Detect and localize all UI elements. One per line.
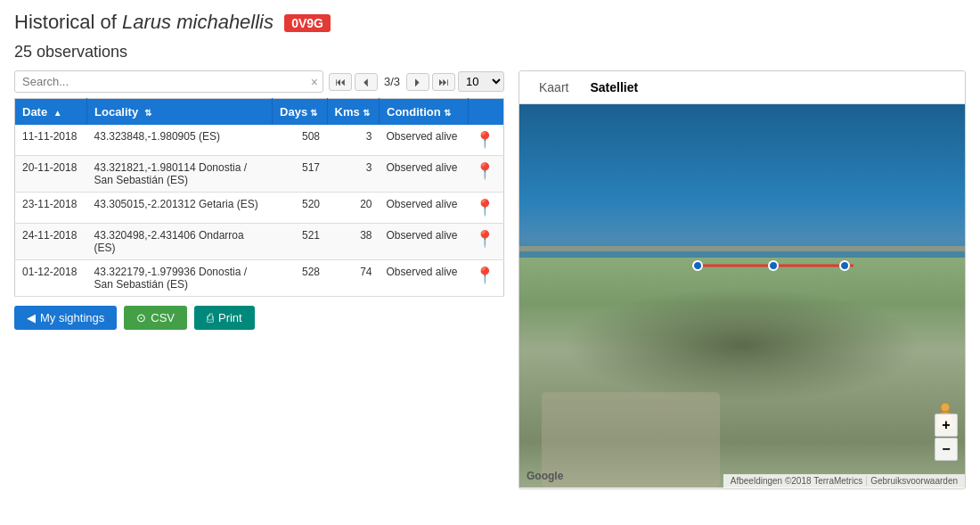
google-watermark: Google [527,470,563,482]
attribution-terrametrics: Afbeeldingen ©2018 TerraMetrics [727,476,866,486]
cell-days: 517 [273,156,327,193]
sort-arrow-locality: ⇅ [144,108,151,118]
tab-satelliet[interactable]: Satelliet [579,77,649,98]
zoom-controls: + − [935,414,958,461]
cell-date: 24-11-2018 [15,224,87,260]
table-header-row: Date ▲ Locality ⇅ Days⇅ Kms⇅ Condition⇅ [15,99,504,126]
cell-pin[interactable]: 📍 [468,224,503,260]
toolbar: × ⏮ ⏴ 3/3 ⏵ ⏭ 10 25 50 100 [14,70,504,93]
cell-locality: 43.321821,-1.980114 Donostia / San Sebas… [87,156,273,193]
per-page-select[interactable]: 10 25 50 100 [458,71,504,92]
pagination-controls: ⏮ ⏴ 3/3 ⏵ ⏭ 10 25 50 100 [329,71,504,92]
my-sightings-button[interactable]: ◀ My sightings [14,306,117,330]
table-row: 23-11-201843.305015,-2.201312 Getaria (E… [15,193,504,224]
cell-condition: Observed alive [380,260,469,297]
map-tabs: Kaart Satelliet [519,71,965,104]
search-input[interactable] [14,70,323,93]
attribution-gebruiksvoorwaarden[interactable]: Gebruiksvoorwaarden [866,476,961,486]
col-header-pin [468,99,503,126]
first-page-button[interactable]: ⏮ [329,73,352,91]
track-dot-2[interactable] [768,260,779,271]
col-header-days[interactable]: Days⇅ [273,99,327,126]
csv-icon: ⊙ [136,311,146,324]
coastline [519,246,965,251]
cell-condition: Observed alive [380,156,469,193]
map-container: + − Google Afbeeldingen ©2018 TerraMetri… [519,104,965,488]
cell-pin[interactable]: 📍 [468,260,503,297]
csv-button[interactable]: ⊙ CSV [124,306,187,330]
map-background: + − Google Afbeeldingen ©2018 TerraMetri… [519,104,965,488]
cell-kms: 38 [327,224,379,260]
cell-locality: 43.322179,-1.979936 Donostia / San Sebas… [87,260,273,297]
sort-arrow-days: ⇅ [310,108,317,118]
cell-kms: 74 [327,260,379,297]
prev-page-button[interactable]: ⏴ [355,73,378,91]
cell-condition: Observed alive [380,193,469,224]
cell-days: 521 [273,224,327,260]
cell-kms: 3 [327,125,379,156]
cell-pin[interactable]: 📍 [468,193,503,224]
cell-days: 508 [273,125,327,156]
tab-kaart[interactable]: Kaart [528,77,579,98]
col-header-locality[interactable]: Locality ⇅ [87,99,273,126]
cell-days: 528 [273,260,327,297]
title-prefix: Historical of [14,11,122,33]
cell-condition: Observed alive [380,224,469,260]
cell-condition: Observed alive [380,125,469,156]
action-buttons: ◀ My sightings ⊙ CSV ⎙ Print [14,306,504,330]
table-row: 01-12-201843.322179,-1.979936 Donostia /… [15,260,504,297]
col-header-condition[interactable]: Condition⇅ [380,99,469,126]
csv-label: CSV [151,311,175,324]
tag-badge: 0V9G [284,14,331,32]
main-layout: × ⏮ ⏴ 3/3 ⏵ ⏭ 10 25 50 100 Date ▲ [14,70,966,489]
next-page-button[interactable]: ⏵ [406,73,429,91]
cell-days: 520 [273,193,327,224]
sightings-label: My sightings [40,311,104,324]
last-page-button[interactable]: ⏭ [432,73,455,91]
species-name: Larus michahellis [122,11,274,33]
cell-date: 01-12-2018 [15,260,87,297]
map-pin-icon[interactable]: 📍 [475,131,494,149]
print-button[interactable]: ⎙ Print [194,306,255,330]
track-dot-1[interactable] [692,260,703,271]
cell-locality: 43.320498,-2.431406 Ondarroa (ES) [87,224,273,260]
search-clear-button[interactable]: × [311,75,318,89]
cell-locality: 43.323848,-1.980905 (ES) [87,125,273,156]
cell-date: 20-11-2018 [15,156,87,193]
map-panel: Kaart Satelliet ⤢ [519,70,966,489]
col-header-date[interactable]: Date ▲ [15,99,87,126]
table-row: 24-11-201843.320498,-2.431406 Ondarroa (… [15,224,504,260]
city-area [542,392,720,488]
zoom-out-button[interactable]: − [935,438,958,461]
print-label: Print [218,311,242,324]
cell-kms: 20 [327,193,379,224]
page-title: Historical of Larus michahellis 0V9G [14,11,966,34]
track-dot-3[interactable] [839,260,850,271]
map-pin-icon[interactable]: 📍 [475,230,494,248]
svg-point-0 [941,403,950,412]
map-attribution: Afbeeldingen ©2018 TerraMetrics Gebruiks… [723,474,965,488]
cell-kms: 3 [327,156,379,193]
map-pin-icon[interactable]: 📍 [475,267,494,284]
zoom-in-button[interactable]: + [935,414,958,437]
left-panel: × ⏮ ⏴ 3/3 ⏵ ⏭ 10 25 50 100 Date ▲ [14,70,504,489]
col-header-kms[interactable]: Kms⇅ [327,99,379,126]
sort-arrow-date: ▲ [53,108,62,118]
page-info: 3/3 [380,75,404,88]
cell-date: 11-11-2018 [15,125,87,156]
map-pin-icon[interactable]: 📍 [475,162,494,180]
observations-count: 25 observations [14,43,966,62]
map-pin-icon[interactable]: 📍 [475,199,494,217]
print-icon: ⎙ [207,311,214,324]
cell-pin[interactable]: 📍 [468,156,503,193]
table-row: 20-11-201843.321821,-1.980114 Donostia /… [15,156,504,193]
table-row: 11-11-201843.323848,-1.980905 (ES)5083Ob… [15,125,504,156]
arrow-left-icon: ◀ [27,311,36,324]
cell-locality: 43.305015,-2.201312 Getaria (ES) [87,193,273,224]
search-wrapper: × [14,70,323,93]
cell-pin[interactable]: 📍 [468,125,503,156]
sort-arrow-condition: ⇅ [444,108,451,118]
terrain [564,288,920,403]
sort-arrow-kms: ⇅ [363,108,370,118]
data-table: Date ▲ Locality ⇅ Days⇅ Kms⇅ Condition⇅ … [14,98,504,297]
